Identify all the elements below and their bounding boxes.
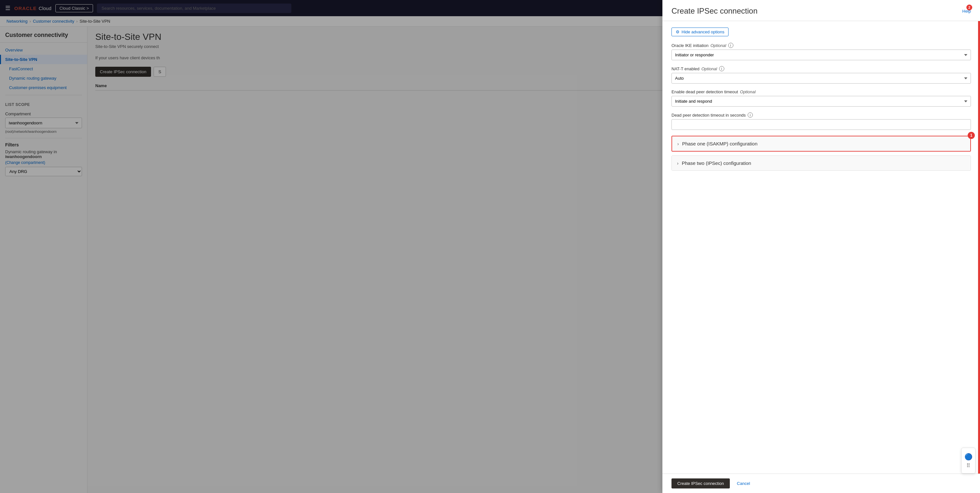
help-badge: 2 xyxy=(966,5,972,10)
nat-t-select[interactable]: Auto Enabled Disabled xyxy=(671,73,971,84)
phase-one-accordion[interactable]: › Phase one (ISAKMP) configuration xyxy=(671,136,971,152)
drawer-footer: Create IPSec connection Cancel xyxy=(662,474,980,493)
dead-peer-timeout-label: Dead peer detection timeout in seconds i xyxy=(671,113,971,117)
nat-t-label: NAT-T enabled Optional i xyxy=(671,66,971,71)
cancel-button[interactable]: Cancel xyxy=(734,479,753,488)
phase-one-header[interactable]: › Phase one (ISAKMP) configuration xyxy=(672,136,970,151)
nat-t-info-icon[interactable]: i xyxy=(719,66,724,71)
drawer: Create IPSec connection Help 2 ⚙ Hide ad… xyxy=(662,0,980,493)
phase-one-badge: 1 xyxy=(968,132,975,139)
hide-advanced-options-button[interactable]: ⚙ Hide advanced options xyxy=(671,27,729,36)
drawer-title: Create IPSec connection xyxy=(671,6,758,16)
phase-two-chevron-icon: › xyxy=(677,161,679,166)
dead-peer-timeout-info-icon[interactable]: i xyxy=(748,113,753,117)
dead-peer-detection-group: Enable dead peer detection timeout Optio… xyxy=(671,89,971,106)
grid-icon: ⠿ xyxy=(966,463,970,469)
oracle-ike-info-icon[interactable]: i xyxy=(728,43,733,48)
advanced-options-label: Hide advanced options xyxy=(681,30,724,34)
support-icon: 🔵 xyxy=(964,453,972,461)
phase-two-accordion[interactable]: › Phase two (IPSec) configuration xyxy=(671,155,971,171)
advanced-options-icon: ⚙ xyxy=(676,30,679,34)
phase-one-title: Phase one (ISAKMP) configuration xyxy=(682,141,758,146)
drawer-body: ⚙ Hide advanced options Oracle IKE initi… xyxy=(662,21,980,474)
dead-peer-detection-label: Enable dead peer detection timeout Optio… xyxy=(671,89,971,94)
oracle-ike-label: Oracle IKE initiation Optional i xyxy=(671,43,971,48)
phase-two-title: Phase two (IPSec) configuration xyxy=(682,160,751,166)
drawer-overlay: Create IPSec connection Help 2 ⚙ Hide ad… xyxy=(0,0,980,493)
scrollbar-indicator xyxy=(978,21,980,474)
phase-two-header[interactable]: › Phase two (IPSec) configuration xyxy=(672,156,970,170)
oracle-ike-select[interactable]: Initiator or responder Initiator only Re… xyxy=(671,49,971,60)
dead-peer-detection-select[interactable]: Initiate and respond Initiate only Respo… xyxy=(671,96,971,106)
dead-peer-timeout-group: Dead peer detection timeout in seconds i… xyxy=(671,113,971,130)
oracle-ike-group: Oracle IKE initiation Optional i Initiat… xyxy=(671,43,971,60)
drawer-header: Create IPSec connection Help 2 xyxy=(662,0,980,21)
support-widget[interactable]: 🔵 ⠿ xyxy=(961,448,975,474)
phase-one-chevron-icon: › xyxy=(677,141,679,146)
create-ipsec-submit-button[interactable]: Create IPSec connection xyxy=(671,479,730,488)
dead-peer-timeout-input[interactable]: 20 xyxy=(671,119,971,130)
nat-t-group: NAT-T enabled Optional i Auto Enabled Di… xyxy=(671,66,971,84)
